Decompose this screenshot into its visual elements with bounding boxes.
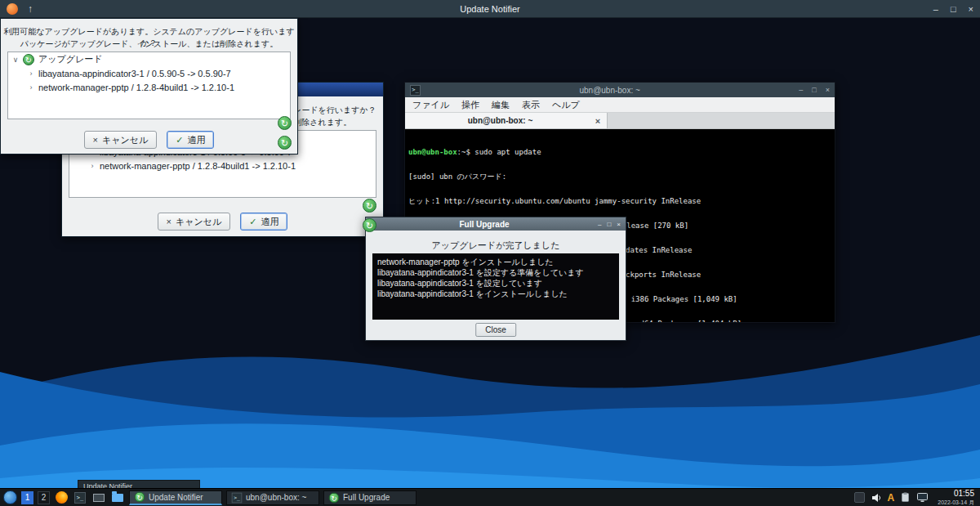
folder-icon	[112, 494, 123, 502]
maximize-icon[interactable]: □	[607, 221, 611, 228]
update-notifier-tray-icon[interactable]: ↻	[363, 199, 376, 213]
maximize-icon[interactable]: □	[951, 4, 956, 14]
cancel-button[interactable]: × キャンセル	[158, 213, 231, 231]
terminal-launcher[interactable]: >_	[73, 490, 87, 505]
apply-label: 適用	[261, 216, 278, 228]
log-line: libayatana-appindicator3-1 を設定する準備をしています	[377, 267, 614, 278]
upgrade-tree[interactable]: ∨ ↻ アップグレード › libayatana-appindicator3-1…	[7, 51, 291, 119]
update-icon: ↻	[23, 54, 34, 65]
full-upgrade-log[interactable]: network-manager-pptp をインストールしました libayat…	[372, 253, 619, 320]
log-line: network-manager-pptp をインストールしました	[377, 257, 614, 267]
tree-item-label: network-manager-pptp / 1.2.8-4build1 -> …	[38, 83, 234, 92]
taskbar-button-terminal[interactable]: >_ ubn@ubn-box: ~	[226, 490, 319, 505]
apply-button[interactable]: ✓ 適用	[167, 131, 214, 149]
full-upgrade-title: Full Upgrade	[371, 220, 598, 229]
close-button[interactable]: Close	[475, 323, 516, 337]
volume-icon[interactable]	[871, 492, 882, 504]
menu-actions[interactable]: 操作	[461, 99, 479, 111]
terminal-tabbar: ubn@ubn-box: ~ ×	[405, 113, 835, 129]
workspace-1[interactable]: 1	[21, 491, 33, 504]
maximize-icon[interactable]: □	[812, 86, 816, 94]
file-manager-launcher[interactable]	[110, 490, 125, 505]
terminal-icon: >_	[74, 492, 86, 504]
tree-item[interactable]: › network-manager-pptp / 1.2.8-4build1 -…	[69, 159, 376, 172]
tree-item[interactable]: › libayatana-appindicator3-1 / 0.5.90-5 …	[8, 66, 290, 80]
workspace-2[interactable]: 2	[38, 491, 50, 504]
clock-time: 01:55	[938, 490, 974, 498]
shell-command: :~$ sudo apt update	[457, 148, 541, 156]
task-label: Update Notifier	[149, 493, 203, 502]
menu-edit[interactable]: 編集	[492, 99, 510, 111]
full-upgrade-dialog: Full Upgrade – □ × アップグレードが完了しました networ…	[365, 217, 626, 341]
shell-prompt: ubn@ubn-box	[408, 148, 457, 156]
terminal-menubar: ファイル 操作 編集 表示 ヘルプ	[405, 97, 835, 113]
update-notifier-tray-icon[interactable]: ↻	[278, 116, 292, 130]
check-icon: ✓	[176, 135, 183, 146]
check-icon: ✓	[249, 217, 256, 227]
menu-view[interactable]: 表示	[522, 99, 540, 111]
chevron-right-icon[interactable]: ›	[28, 69, 34, 78]
close-icon[interactable]: ×	[969, 4, 973, 14]
update-icon: ↻	[135, 492, 145, 503]
taskbar: 1 2 >_ ↻ Update Notifier >_ ubn@ubn-box:…	[0, 488, 980, 506]
tree-root-label: アップグレード	[38, 53, 103, 65]
update-notifier-tray-icon[interactable]: ↻	[363, 218, 376, 232]
apply-button[interactable]: ✓ 適用	[240, 213, 287, 231]
app-menu-icon[interactable]	[3, 490, 17, 504]
chevron-right-icon[interactable]: ›	[89, 162, 96, 170]
screen: ↑ Update Notifier – □ × Update Notifier …	[0, 0, 980, 506]
update-icon: ↻	[329, 492, 340, 503]
tree-root-row[interactable]: ∨ ↻ アップグレード	[8, 52, 290, 66]
close-icon: ×	[167, 217, 172, 226]
tray-app-icon[interactable]	[854, 492, 865, 503]
apply-label: 適用	[187, 134, 205, 146]
cancel-label: キャンセル	[176, 216, 221, 228]
tab-label: ubn@ubn-box: ~	[408, 116, 592, 125]
tree-item-label: network-manager-pptp / 1.2.8-4build1 -> …	[100, 161, 296, 171]
chevron-down-icon[interactable]: ∨	[12, 56, 19, 64]
active-window-titlebar: ↑ Update Notifier – □ ×	[0, 0, 980, 18]
minimize-icon[interactable]: –	[799, 86, 803, 94]
tab-close-icon[interactable]: ×	[592, 116, 604, 126]
menu-file[interactable]: ファイル	[412, 99, 449, 111]
terminal-tab[interactable]: ubn@ubn-box: ~ ×	[405, 113, 608, 128]
log-line: libayatana-appindicator3-1 を設定しています	[377, 278, 614, 289]
terminal-line: [sudo] ubn のパスワード:	[408, 172, 835, 181]
close-icon: ×	[93, 135, 98, 145]
minimize-icon[interactable]: –	[933, 4, 938, 14]
terminal-titlebar[interactable]: >_ ubn@ubn-box: ~ – □ ×	[405, 83, 835, 97]
close-icon[interactable]: ×	[826, 86, 830, 94]
update-notifier-dialog-front: 利用可能なアップグレードがあります。システムのアップグレードを行いますか？ パッ…	[0, 18, 298, 154]
log-line: libayatana-appindicator3-1 をインストールしました	[377, 289, 614, 299]
update-notifier-icon	[7, 3, 18, 15]
system-tray: A 01:55 2022-03-14 月	[854, 490, 977, 505]
chevron-right-icon[interactable]: ›	[28, 83, 34, 92]
full-upgrade-titlebar[interactable]: Full Upgrade – □ ×	[366, 217, 626, 231]
dialog-message-2: パッケージがアップグレード、インストール、または削除されます。	[1, 38, 297, 50]
firefox-launcher[interactable]	[54, 490, 69, 505]
clipboard-icon[interactable]	[900, 492, 911, 503]
display-icon	[93, 494, 105, 502]
terminal-icon: >_	[232, 492, 243, 503]
full-upgrade-message: アップグレードが完了しました	[366, 240, 626, 252]
terminal-title: ubn@ubn-box: ~	[421, 86, 799, 95]
taskbar-button-full-upgrade[interactable]: ↻ Full Upgrade	[323, 490, 416, 505]
firefox-icon	[56, 491, 68, 504]
tree-item[interactable]: › network-manager-pptp / 1.2.8-4build1 -…	[8, 80, 290, 94]
tree-item-label: libayatana-appindicator3-1 / 0.5.90-5 ->…	[38, 69, 231, 78]
window-title: Update Notifier	[0, 4, 980, 14]
close-icon[interactable]: ×	[617, 221, 621, 228]
cancel-button[interactable]: × キャンセル	[84, 131, 158, 149]
arrow-up-icon[interactable]: ↑	[28, 3, 33, 15]
taskbar-button-update-notifier[interactable]: ↻ Update Notifier	[129, 490, 222, 505]
menu-help[interactable]: ヘルプ	[552, 99, 580, 111]
clock[interactable]: 01:55 2022-03-14 月	[938, 490, 974, 505]
terminal-icon: >_	[410, 85, 421, 96]
update-notifier-tray-icon[interactable]: ↻	[278, 136, 292, 150]
minimize-icon[interactable]: –	[598, 221, 601, 228]
cancel-label: キャンセル	[102, 134, 148, 146]
input-method-icon[interactable]: A	[888, 492, 895, 504]
task-label: Full Upgrade	[343, 493, 390, 502]
display-settings-launcher[interactable]	[91, 490, 106, 505]
display-tray-icon[interactable]	[916, 492, 929, 503]
